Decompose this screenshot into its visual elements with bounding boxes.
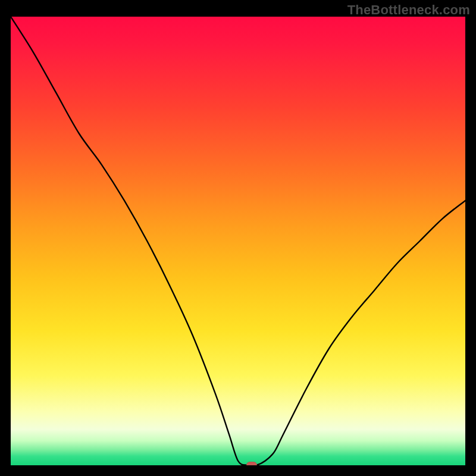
bottleneck-curve-path: [11, 17, 465, 465]
watermark-text: TheBottleneck.com: [347, 2, 470, 18]
optimal-point-marker: [246, 462, 257, 465]
plot-area: [11, 17, 465, 465]
curve-svg: [11, 17, 465, 465]
chart-frame: TheBottleneck.com: [0, 0, 476, 476]
